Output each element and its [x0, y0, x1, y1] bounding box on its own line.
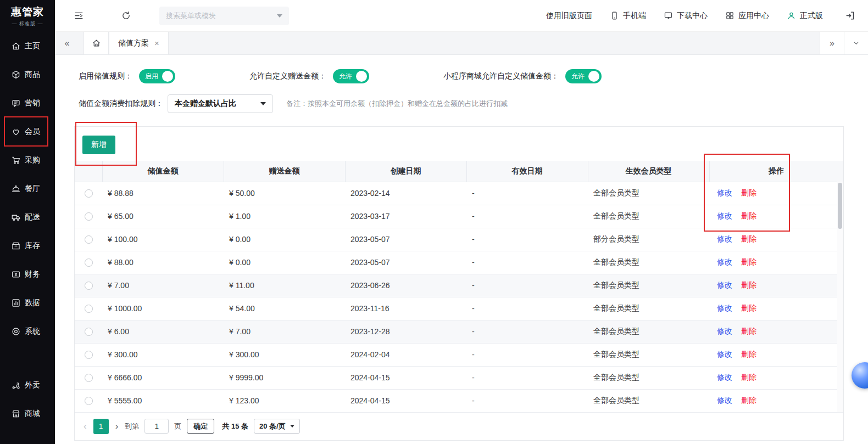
official-version-link[interactable]: 正式版	[787, 11, 823, 21]
delete-link[interactable]: 删除	[741, 373, 756, 381]
tab-home[interactable]	[84, 32, 109, 54]
miniapp-custom-amount-toggle[interactable]: 允许	[565, 69, 602, 83]
edit-link[interactable]: 修改	[717, 234, 732, 243]
goto-page-input[interactable]	[144, 419, 169, 434]
delete-link[interactable]: 删除	[741, 188, 756, 197]
enable-rule-toggle[interactable]: 启用	[139, 69, 175, 83]
custom-gift-label: 允许自定义赠送金额：	[249, 71, 326, 81]
row-select-radio[interactable]	[85, 305, 93, 313]
old-version-link[interactable]: 使用旧版页面	[546, 11, 592, 21]
restaurant-icon	[11, 184, 21, 194]
sidebar-item-label: 主页	[25, 41, 40, 51]
edit-link[interactable]: 修改	[717, 211, 732, 220]
page-content: 启用储值规则： 启用 允许自定义赠送金额： 允许 小程序商城允许自定义储值金额：	[55, 55, 868, 444]
delete-link[interactable]: 删除	[741, 257, 756, 266]
sidebar-item-member[interactable]: 会员	[0, 117, 55, 146]
stored-value-plans-table: 储值金额 赠送金额 创建日期 有效日期 生效会员类型 操作 ¥ 88.88¥ 5…	[75, 161, 843, 413]
edit-link[interactable]: 修改	[717, 373, 732, 381]
row-select-radio[interactable]	[85, 258, 93, 267]
delete-link[interactable]: 删除	[741, 280, 756, 289]
collapse-sidebar-icon[interactable]	[69, 7, 88, 25]
edit-link[interactable]: 修改	[717, 396, 732, 404]
caret-down-icon	[290, 425, 294, 428]
tabs-scroll-right-icon[interactable]: »	[820, 32, 844, 54]
sidebar-item-purchase[interactable]: 采购	[0, 146, 55, 175]
sidebar: 惠管家 — 标准版 — 主页商品营销会员采购餐厅配送库存财务数据系统外卖商城	[0, 0, 55, 444]
sidebar-item-home[interactable]: 主页	[0, 32, 55, 60]
delete-link[interactable]: 删除	[741, 350, 756, 358]
table-scrollbar[interactable]	[837, 182, 843, 412]
table-row: ¥ 100.00¥ 0.002023-05-07-部分会员类型修改删除	[75, 228, 843, 251]
sidebar-item-finance[interactable]: 财务	[0, 260, 55, 289]
mobile-link[interactable]: 手机端	[610, 11, 646, 21]
row-select-radio[interactable]	[85, 282, 93, 290]
sidebar-item-data[interactable]: 数据	[0, 289, 55, 317]
cell-created-date: 2023-05-07	[345, 228, 466, 251]
row-select-radio[interactable]	[85, 328, 93, 336]
close-tab-icon[interactable]: ×	[154, 39, 159, 47]
row-select-radio[interactable]	[85, 189, 93, 198]
sidebar-item-marketing[interactable]: 营销	[0, 89, 55, 117]
app-center-link[interactable]: 应用中心	[725, 11, 769, 21]
sidebar-item-label: 餐厅	[25, 184, 40, 194]
row-select-radio[interactable]	[85, 212, 93, 221]
delete-link[interactable]: 删除	[741, 327, 756, 335]
enable-rule-label: 启用储值规则：	[79, 71, 132, 81]
edit-link[interactable]: 修改	[717, 188, 732, 197]
header-gift-amount: 赠送金额	[224, 161, 345, 182]
goto-label: 到第	[125, 421, 139, 431]
search-box[interactable]	[159, 7, 289, 25]
delete-link[interactable]: 删除	[741, 396, 756, 404]
edit-link[interactable]: 修改	[717, 257, 732, 266]
tab-stored-value-plan[interactable]: 储值方案 ×	[109, 32, 169, 54]
edit-link[interactable]: 修改	[717, 327, 732, 335]
add-button[interactable]: 新增	[82, 136, 115, 154]
delete-link[interactable]: 删除	[741, 234, 756, 243]
cell-member-type: 部分会员类型	[588, 228, 709, 251]
deduct-rule-select[interactable]: 本金赠金默认占比	[168, 94, 273, 113]
custom-gift-toggle[interactable]: 允许	[333, 69, 369, 83]
cell-amount: ¥ 88.00	[102, 251, 224, 274]
cell-amount: ¥ 6.00	[102, 320, 224, 343]
tabs-scroll-left-icon[interactable]: «	[55, 32, 79, 54]
download-center-link[interactable]: 下载中心	[664, 11, 708, 21]
cell-created-date: 2023-12-28	[345, 320, 466, 343]
official-version-label: 正式版	[800, 11, 823, 21]
next-page-icon[interactable]: ›	[114, 421, 120, 432]
page-size-select[interactable]: 20 条/页	[254, 419, 300, 434]
sidebar-item-takeout[interactable]: 外卖	[0, 371, 55, 400]
delete-link[interactable]: 删除	[741, 304, 756, 312]
total-count-label: 共 15 条	[222, 421, 248, 431]
search-caret-icon[interactable]	[277, 14, 282, 18]
sidebar-item-system[interactable]: 系统	[0, 317, 55, 346]
sidebar-item-delivery[interactable]: 配送	[0, 203, 55, 232]
edit-link[interactable]: 修改	[717, 280, 732, 289]
row-select-radio[interactable]	[85, 351, 93, 359]
row-select-radio[interactable]	[85, 235, 93, 244]
search-input[interactable]	[166, 12, 277, 20]
header-amount: 储值金额	[102, 161, 224, 182]
refresh-icon[interactable]	[116, 7, 135, 25]
logout-icon[interactable]	[841, 7, 859, 25]
scrollbar-thumb[interactable]	[838, 183, 842, 229]
cell-valid-date: -	[466, 228, 588, 251]
prev-page-icon[interactable]: ‹	[82, 421, 88, 432]
toggle-on-label: 允许	[571, 72, 585, 81]
sidebar-item-inventory[interactable]: 库存	[0, 232, 55, 260]
purchase-icon	[11, 155, 21, 165]
cell-valid-date: -	[466, 274, 588, 297]
sidebar-item-restaurant[interactable]: 餐厅	[0, 175, 55, 203]
page-1-button[interactable]: 1	[93, 419, 109, 434]
edit-link[interactable]: 修改	[717, 350, 732, 358]
cell-amount: ¥ 88.88	[102, 182, 224, 205]
row-select-radio[interactable]	[85, 397, 93, 405]
confirm-page-button[interactable]: 确定	[187, 419, 214, 434]
delete-link[interactable]: 删除	[741, 211, 756, 220]
edit-link[interactable]: 修改	[717, 304, 732, 312]
row-select-radio[interactable]	[85, 374, 93, 382]
cell-valid-date: -	[466, 343, 588, 366]
sidebar-item-mall[interactable]: 商城	[0, 400, 55, 428]
sidebar-item-label: 财务	[25, 269, 40, 279]
tabs-dropdown-icon[interactable]	[844, 32, 868, 54]
sidebar-item-goods[interactable]: 商品	[0, 60, 55, 89]
